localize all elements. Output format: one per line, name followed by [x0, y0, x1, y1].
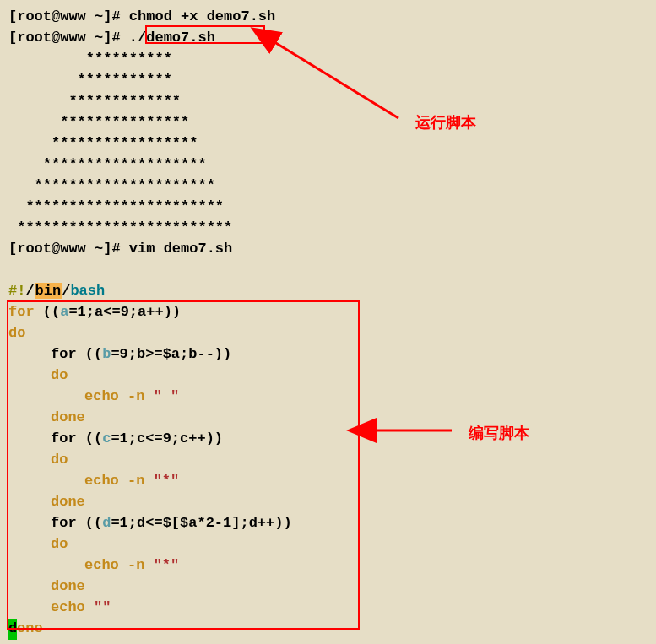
- output-line-6: *******************: [8, 154, 648, 176]
- output-line-8: ***********************: [8, 197, 648, 218]
- svg-line-1: [272, 41, 398, 118]
- shebang-bash: bash: [70, 283, 105, 299]
- output-line-7: *********************: [8, 176, 648, 197]
- output-line-5: *****************: [8, 133, 648, 154]
- prompt-user-3: [root@www ~]#: [8, 241, 129, 257]
- cmd-chmod: chmod +x demo7.sh: [129, 8, 275, 24]
- shebang-slash-1: /: [25, 283, 34, 299]
- blank-line: [8, 260, 648, 281]
- annotation-run-script: 运行脚本: [415, 111, 476, 133]
- prompt-line-1: [root@www ~]# chmod +x demo7.sh: [8, 7, 648, 28]
- shebang-slash-2: /: [62, 283, 70, 299]
- prompt-user-2: [root@www ~]#: [8, 30, 129, 46]
- shebang-bin: bin: [35, 283, 62, 299]
- arrow-run-script-icon: [263, 34, 407, 127]
- cmd-vim: vim demo7.sh: [129, 241, 232, 257]
- output-line-9: *************************: [8, 218, 648, 239]
- shebang-hash: #!: [8, 283, 25, 299]
- highlight-run-script: [145, 25, 265, 44]
- annotation-edit-script: 编写脚本: [469, 422, 529, 444]
- arrow-edit-script-icon: [363, 422, 456, 439]
- highlight-script-body: [7, 300, 360, 630]
- shebang-line: #!/bin/bash: [8, 281, 648, 302]
- prompt-line-3: [root@www ~]# vim demo7.sh: [8, 239, 648, 260]
- prompt-user-1: [root@www ~]#: [8, 8, 129, 24]
